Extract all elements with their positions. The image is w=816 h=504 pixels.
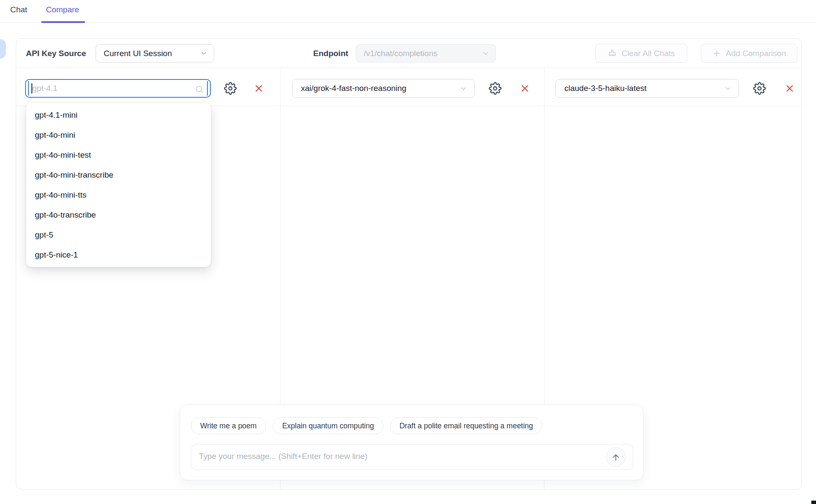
tab-bar: Chat Compare [0,0,816,23]
chevron-down-icon [459,85,468,93]
api-key-source-select[interactable]: Current UI Session [96,44,214,62]
message-composer: Write me a poem Explain quantum computin… [180,405,643,480]
close-icon [519,83,530,94]
model-option[interactable]: gpt-4o-mini [26,125,211,145]
model-settings-button[interactable] [488,81,502,96]
suggestion-chip[interactable]: Write me a poem [191,417,266,434]
drawer-handle[interactable] [0,39,6,59]
model-option[interactable]: gpt-4.1-mini [26,105,211,125]
gear-icon [224,82,237,95]
plus-icon [712,49,721,58]
clear-all-chats-button[interactable]: Clear All Chats [595,44,687,63]
message-input[interactable] [191,445,633,470]
model-settings-button[interactable] [223,81,238,96]
chevron-down-icon [482,49,490,57]
remove-column-button[interactable] [782,81,797,96]
api-key-source-label: API Key Source [26,49,86,58]
suggestion-chip[interactable]: Draft a polite email requesting a meetin… [390,417,542,434]
gear-icon [753,82,766,95]
model-settings-button[interactable] [752,81,767,96]
compare-panel: API Key Source Current UI Session Endpoi… [16,38,802,490]
model-options-dropdown: gpt-4.1-mini gpt-4o-mini gpt-4o-mini-tes… [26,103,211,267]
endpoint-value: /v1/chat/completions [364,49,437,58]
endpoint-select[interactable]: /v1/chat/completions [356,44,496,62]
corner-artifact [811,501,816,504]
api-key-source-value: Current UI Session [104,49,172,58]
model-search-input[interactable]: gpt-4.1 [25,79,211,98]
add-comparison-label: Add Comparison [726,49,786,58]
endpoint-label: Endpoint [313,49,348,58]
compare-toolbar: API Key Source Current UI Session Endpoi… [16,39,802,68]
active-tab-underline [41,21,85,23]
model-option[interactable]: gpt-4o-mini-test [26,145,211,165]
model-select[interactable]: claude-3-5-haiku-latest [555,79,739,98]
gear-icon [489,82,502,95]
broom-icon [608,49,617,58]
arrow-up-icon [611,452,621,462]
model-option[interactable]: gpt-4o-mini-tts [26,185,211,205]
add-comparison-button[interactable]: Add Comparison [701,44,797,63]
suggestion-chip[interactable]: Explain quantum computing [273,417,383,434]
send-button[interactable] [606,447,626,467]
suggestion-chips: Write me a poem Explain quantum computin… [191,417,542,434]
search-icon [195,85,204,94]
message-input-box [191,444,633,470]
model-select[interactable]: xai/grok-4-fast-non-reasoning [292,79,475,98]
model-option[interactable]: gpt-5 [26,225,211,245]
tab-chat[interactable]: Chat [10,5,27,14]
close-icon [784,83,795,94]
model-option[interactable]: gpt-5-nice-1 [26,245,211,265]
remove-column-button[interactable] [518,81,532,96]
chevron-down-icon [724,85,732,93]
chevron-down-icon [200,49,208,57]
remove-column-button[interactable] [252,81,266,96]
tab-compare[interactable]: Compare [46,5,79,14]
model-select-value: xai/grok-4-fast-non-reasoning [301,84,406,93]
model-select-value: claude-3-5-haiku-latest [564,84,646,93]
model-option[interactable]: gpt-4o-mini-transcribe [26,165,211,185]
close-icon [253,83,264,94]
model-option[interactable]: gpt-4o-transcribe [26,205,211,225]
clear-all-chats-label: Clear All Chats [621,49,675,58]
compare-page: Chat Compare API Key Source Current UI S… [0,0,816,504]
